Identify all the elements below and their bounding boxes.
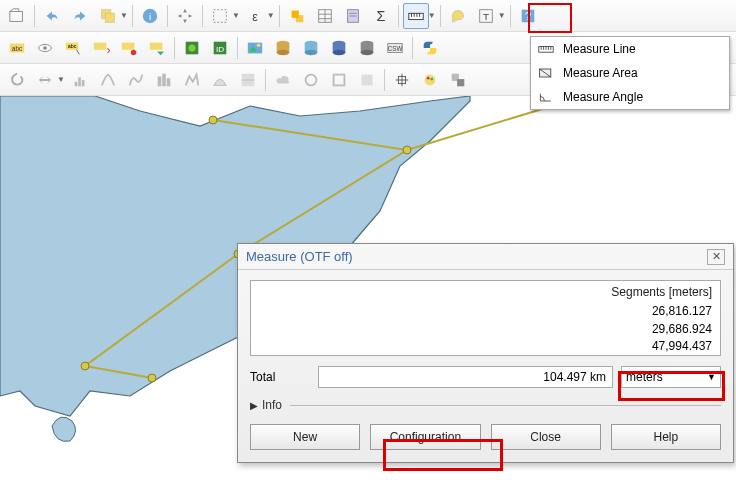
- angle-icon: [537, 90, 555, 104]
- svg-rect-36: [150, 42, 163, 49]
- label-tag-icon[interactable]: [144, 35, 170, 61]
- measure-dropdown-icon[interactable]: ▼: [428, 11, 436, 20]
- svg-text:ID: ID: [216, 44, 224, 53]
- dialog-title-text: Measure (OTF off): [246, 249, 353, 264]
- area-icon: [537, 66, 555, 80]
- svg-point-73: [425, 74, 436, 85]
- label-del-icon[interactable]: ✕: [88, 35, 114, 61]
- menu-measure-angle[interactable]: Measure Angle: [531, 85, 729, 109]
- label-move-icon[interactable]: [116, 35, 142, 61]
- svg-point-88: [403, 146, 411, 154]
- undo-icon[interactable]: [39, 3, 65, 29]
- dialog-titlebar[interactable]: Measure (OTF off) ✕: [238, 244, 733, 270]
- segment-value: 29,686.924: [259, 321, 712, 338]
- svg-text:abc: abc: [12, 44, 22, 51]
- crosshair-icon[interactable]: [389, 67, 415, 93]
- measure-dropdown-menu: Measure Line Measure Area Measure Angle: [530, 36, 730, 110]
- svg-point-29: [43, 46, 47, 50]
- close-icon[interactable]: ✕: [707, 249, 725, 265]
- svg-rect-8: [296, 15, 303, 22]
- svg-point-43: [257, 43, 261, 47]
- plugin-green-icon[interactable]: [179, 35, 205, 61]
- hist4-icon[interactable]: [151, 67, 177, 93]
- chevron-down-icon[interactable]: ▼: [57, 75, 65, 84]
- open-icon[interactable]: [4, 3, 30, 29]
- menu-measure-area[interactable]: Measure Area: [531, 61, 729, 85]
- hist1-icon[interactable]: [67, 67, 93, 93]
- svg-text:ε: ε: [252, 9, 258, 23]
- select-area-icon[interactable]: [207, 3, 233, 29]
- python-icon[interactable]: [417, 35, 443, 61]
- measure-icon[interactable]: [403, 3, 429, 29]
- svg-point-91: [148, 374, 156, 382]
- stack-icon[interactable]: [445, 67, 471, 93]
- chevron-down-icon[interactable]: ▼: [232, 11, 240, 20]
- tool-a-icon[interactable]: [298, 67, 324, 93]
- arrows-icon[interactable]: [32, 67, 58, 93]
- hist2-icon[interactable]: [95, 67, 121, 93]
- svg-rect-69: [362, 74, 373, 85]
- stats-icon[interactable]: Σ: [368, 3, 394, 29]
- label-pin-icon[interactable]: abc: [60, 35, 86, 61]
- select-expr-icon[interactable]: ε: [242, 3, 268, 29]
- svg-point-74: [427, 76, 430, 79]
- svg-rect-34: [122, 42, 135, 49]
- db4-icon[interactable]: [354, 35, 380, 61]
- segment-value: 47,994.437: [259, 338, 712, 355]
- svg-rect-63: [162, 73, 166, 86]
- chevron-down-icon[interactable]: ▼: [498, 11, 506, 20]
- svg-rect-0: [10, 11, 23, 21]
- text-annotation-icon[interactable]: T: [473, 3, 499, 29]
- table-icon[interactable]: [312, 3, 338, 29]
- tool-b-icon[interactable]: [326, 67, 352, 93]
- bookmark-icon[interactable]: [445, 3, 471, 29]
- paint-icon[interactable]: [417, 67, 443, 93]
- swirl-icon[interactable]: [4, 67, 30, 93]
- ruler-icon: [537, 42, 555, 56]
- chevron-down-icon[interactable]: ▼: [120, 11, 128, 20]
- svg-text:✕: ✕: [106, 46, 111, 56]
- help-button[interactable]: Help: [611, 424, 721, 450]
- plugin-id-icon[interactable]: ID: [207, 35, 233, 61]
- new-button[interactable]: New: [250, 424, 360, 450]
- svg-point-35: [131, 49, 136, 54]
- chevron-down-icon[interactable]: ▼: [267, 11, 275, 20]
- copy-layer-icon[interactable]: [95, 3, 121, 29]
- hist5-icon[interactable]: [179, 67, 205, 93]
- db2-icon[interactable]: [298, 35, 324, 61]
- svg-point-52: [333, 49, 346, 54]
- image-icon[interactable]: [242, 35, 268, 61]
- svg-rect-2: [105, 13, 114, 22]
- total-input[interactable]: [318, 366, 613, 388]
- total-label: Total: [250, 370, 310, 384]
- db1-icon[interactable]: [270, 35, 296, 61]
- menu-measure-line[interactable]: Measure Line: [531, 37, 729, 61]
- label-view-icon[interactable]: [32, 35, 58, 61]
- info-icon[interactable]: i: [137, 3, 163, 29]
- hist7-icon[interactable]: [235, 67, 261, 93]
- divider: [290, 405, 721, 406]
- svg-rect-64: [167, 78, 171, 86]
- redo-icon[interactable]: [67, 3, 93, 29]
- field-calc-icon[interactable]: [340, 3, 366, 29]
- svg-point-38: [188, 44, 195, 51]
- hist3-icon[interactable]: [123, 67, 149, 93]
- svg-rect-59: [75, 81, 78, 86]
- db3-icon[interactable]: [326, 35, 352, 61]
- svg-text:Σ: Σ: [376, 7, 385, 23]
- measure-dialog: Measure (OTF off) ✕ Segments [meters] 26…: [237, 243, 734, 463]
- svg-rect-41: [248, 42, 262, 53]
- svg-rect-61: [82, 80, 85, 86]
- cloud-icon[interactable]: [270, 67, 296, 93]
- csw-icon[interactable]: CSW: [382, 35, 408, 61]
- close-button[interactable]: Close: [491, 424, 601, 450]
- hist6-icon[interactable]: [207, 67, 233, 93]
- svg-rect-68: [334, 74, 345, 85]
- pan-icon[interactable]: [172, 3, 198, 29]
- tool-c-icon[interactable]: [354, 67, 380, 93]
- highlight-unit: [618, 371, 725, 401]
- menu-label: Measure Line: [563, 42, 723, 56]
- label-abc-icon[interactable]: abc: [4, 35, 30, 61]
- svg-point-87: [209, 116, 217, 124]
- identify-icon[interactable]: [284, 3, 310, 29]
